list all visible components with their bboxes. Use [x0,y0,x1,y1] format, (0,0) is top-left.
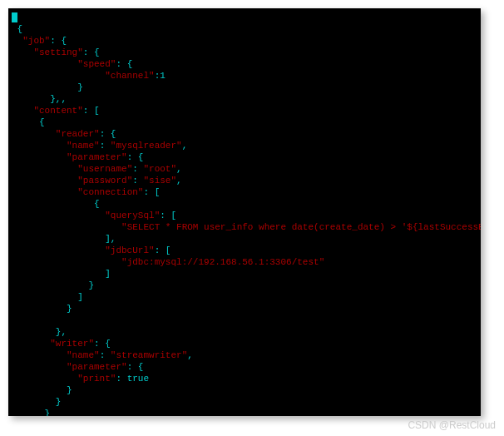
key-parameter: "parameter" [67,152,127,162]
val-reader-name: "mysqlreader" [111,141,182,151]
key-content: "content" [33,106,82,116]
val-querysql: "SELECT * FROM user_info where date(crea… [121,222,481,232]
watermark-text: CSDN @RestCloud [408,419,496,431]
val-print: true [127,374,149,384]
code-block: { "job": { "setting": { "speed": { "chan… [12,12,477,416]
key-jdbcurl: "jdbcUrl" [105,245,154,255]
key-setting: "setting" [33,47,82,57]
key-name: "name" [67,141,100,151]
key-channel: "channel" [105,71,154,81]
val-writer-name: "streamwriter" [111,350,187,360]
key-speed: "speed" [77,59,116,69]
key-job: "job" [22,36,50,46]
cursor-top [12,12,17,22]
key-name: "name" [67,350,100,360]
key-password: "password" [77,176,132,186]
key-querysql: "querySql" [105,211,160,220]
brace-open: { [17,24,23,34]
key-reader: "reader" [56,129,100,139]
key-username: "username" [77,164,132,174]
val-channel: 1 [160,71,166,81]
terminal-window: { "job": { "setting": { "speed": { "chan… [8,8,481,416]
key-print: "print" [77,374,116,384]
key-connection: "connection" [77,187,143,197]
key-parameter: "parameter" [67,362,127,372]
val-username: "root" [143,164,176,174]
key-writer: "writer" [50,339,94,349]
val-password: "sise" [143,176,176,186]
val-jdbcurl: "jdbc:mysql://192.168.56.1:3306/test" [121,257,324,267]
